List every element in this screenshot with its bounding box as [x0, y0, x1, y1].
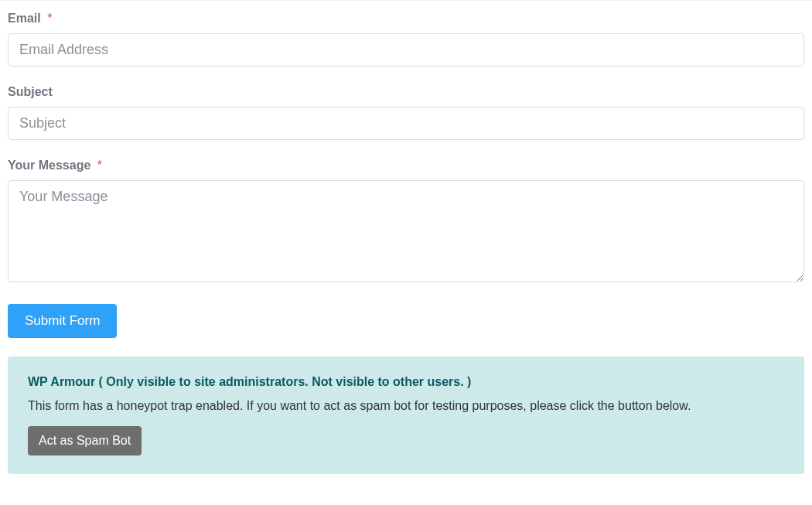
admin-notice: WP Armour ( Only visible to site adminis…	[8, 357, 804, 474]
subject-label: Subject	[8, 85, 804, 99]
subject-label-text: Subject	[8, 85, 53, 98]
contact-form: Email * Subject Your Message * Submit Fo…	[0, 0, 812, 474]
email-group: Email *	[8, 12, 804, 67]
subject-group: Subject	[8, 85, 804, 140]
message-field[interactable]	[8, 180, 804, 282]
admin-notice-title: WP Armour ( Only visible to site adminis…	[28, 375, 784, 389]
admin-notice-text: This form has a honeypot trap enabled. I…	[28, 397, 784, 415]
message-label-text: Your Message	[8, 159, 90, 172]
act-as-spam-bot-button[interactable]: Act as Spam Bot	[28, 426, 142, 456]
submit-button[interactable]: Submit Form	[8, 304, 117, 338]
message-group: Your Message *	[8, 159, 804, 285]
email-label: Email *	[8, 12, 804, 26]
required-mark: *	[97, 159, 102, 172]
required-mark: *	[47, 12, 52, 25]
email-field[interactable]	[8, 33, 804, 67]
message-label: Your Message *	[8, 159, 804, 172]
subject-field[interactable]	[8, 107, 804, 140]
email-label-text: Email	[8, 12, 41, 25]
